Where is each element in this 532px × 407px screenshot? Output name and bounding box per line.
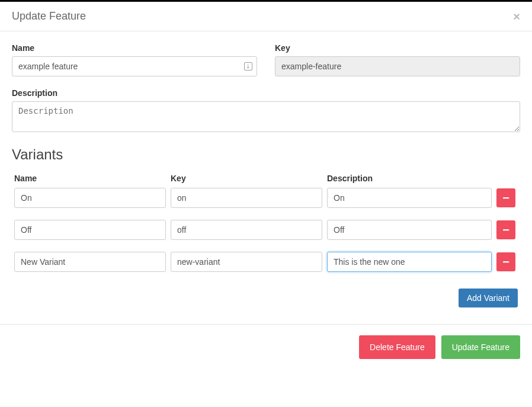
- modal-title: Update Feature: [12, 10, 86, 23]
- key-field-group: Key: [275, 43, 520, 76]
- name-input[interactable]: [12, 56, 257, 76]
- variants-col-key: Key: [171, 174, 322, 183]
- remove-variant-button[interactable]: −: [496, 220, 515, 239]
- variant-key-input[interactable]: [171, 188, 322, 208]
- remove-variant-button[interactable]: −: [496, 252, 515, 271]
- variant-description-input[interactable]: [327, 252, 492, 272]
- variant-name-input[interactable]: [14, 188, 166, 208]
- table-row: −: [14, 252, 518, 272]
- variants-body: −−−: [14, 188, 518, 272]
- variant-name-input[interactable]: [14, 220, 166, 240]
- description-field-group: Description: [12, 88, 520, 134]
- delete-feature-button[interactable]: Delete Feature: [359, 335, 435, 359]
- add-variant-row: Add Variant: [12, 289, 520, 307]
- variants-col-action: [496, 174, 515, 183]
- remove-variant-button[interactable]: −: [496, 188, 515, 207]
- autofill-icon[interactable]: [244, 62, 252, 70]
- update-feature-modal: Update Feature × Name Key Description Va…: [0, 2, 532, 370]
- variants-col-description: Description: [327, 174, 492, 183]
- table-row: −: [14, 220, 518, 240]
- modal-footer: Delete Feature Update Feature: [0, 324, 532, 370]
- name-field-group: Name: [12, 43, 257, 76]
- variant-description-input[interactable]: [327, 220, 492, 240]
- name-label: Name: [12, 43, 257, 53]
- update-feature-button[interactable]: Update Feature: [441, 335, 520, 359]
- add-variant-button[interactable]: Add Variant: [459, 289, 518, 307]
- name-key-row: Name Key: [12, 43, 520, 76]
- table-row: −: [14, 188, 518, 208]
- description-textarea[interactable]: [12, 101, 520, 132]
- minus-icon: −: [502, 256, 509, 268]
- key-label: Key: [275, 43, 520, 53]
- key-input: [275, 56, 520, 76]
- minus-icon: −: [502, 224, 509, 236]
- variant-key-input[interactable]: [171, 252, 322, 272]
- close-icon[interactable]: ×: [513, 11, 520, 23]
- minus-icon: −: [502, 192, 509, 204]
- variants-col-name: Name: [14, 174, 166, 183]
- variant-name-input[interactable]: [14, 252, 166, 272]
- variants-heading: Variants: [12, 146, 520, 163]
- modal-body: Name Key Description Variants Name Key D…: [0, 31, 532, 312]
- variants-table: Name Key Description −−−: [12, 174, 520, 272]
- modal-header: Update Feature ×: [0, 2, 532, 31]
- variant-description-input[interactable]: [327, 188, 492, 208]
- description-label: Description: [12, 88, 520, 98]
- name-input-wrapper: [12, 56, 257, 76]
- variant-key-input[interactable]: [171, 220, 322, 240]
- variants-header-row: Name Key Description: [14, 174, 518, 183]
